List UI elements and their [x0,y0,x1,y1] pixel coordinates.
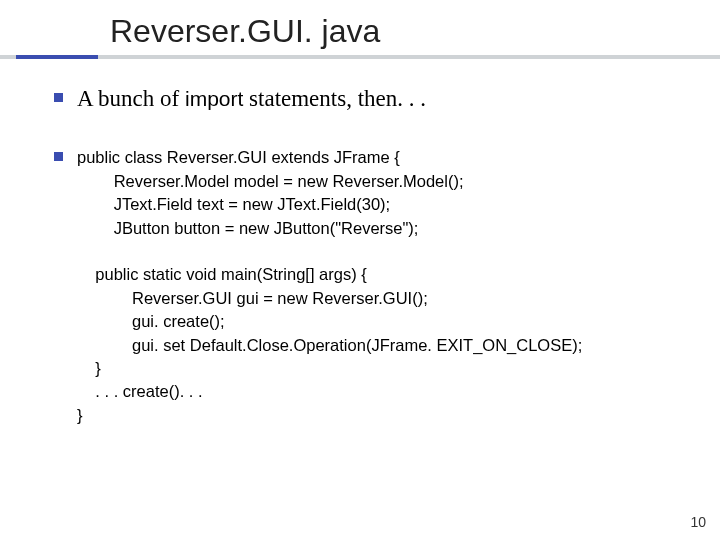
bullet-1-post: statements, then. . . [243,86,426,111]
bullet-square-icon [54,152,63,161]
title-divider [0,55,720,59]
code-listing: public class Reverser.GUI extends JFrame… [77,146,582,427]
bullet-item-1: A bunch of import statements, then. . . [54,83,680,114]
slide-body: A bunch of import statements, then. . . … [54,83,680,427]
bullet-item-2: public class Reverser.GUI extends JFrame… [54,146,680,427]
bullet-1-import-word: import [185,87,243,110]
bullet-1-text: A bunch of import statements, then. . . [77,83,426,114]
page-title: Reverser.GUI. java [110,14,720,49]
title-area: Reverser.GUI. java [0,0,720,49]
page-number: 10 [690,514,706,530]
bullet-square-icon [54,93,63,102]
title-accent-bar [16,55,98,59]
bullet-1-pre: A bunch of [77,86,185,111]
